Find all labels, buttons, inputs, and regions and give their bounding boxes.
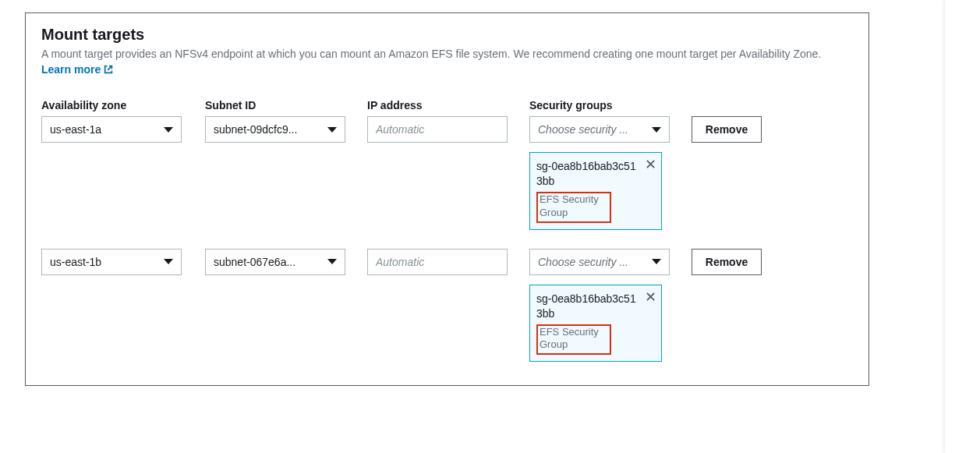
header-az: Availability zone — [41, 99, 205, 111]
remove-button[interactable]: Remove — [692, 116, 762, 143]
subnet-select[interactable]: subnet-09dcfc9... — [205, 116, 345, 143]
sg-select-placeholder: Choose security ... — [538, 123, 628, 136]
learn-more-text: Learn more — [41, 62, 101, 78]
az-select[interactable]: us-east-1a — [41, 116, 182, 143]
header-ip: IP address — [367, 99, 523, 111]
ip-address-input[interactable] — [367, 249, 508, 275]
security-groups-select[interactable]: Choose security ... — [529, 116, 670, 143]
right-shadow-strip — [945, 0, 980, 453]
header-sg: Security groups — [529, 99, 713, 111]
chevron-down-icon — [164, 259, 173, 264]
mount-target-row: us-east-1b subnet-067e6a... Choose secur… — [41, 249, 853, 363]
subnet-select-value: subnet-09dcfc9... — [214, 123, 297, 136]
ip-address-input[interactable] — [367, 116, 508, 143]
sg-chip-id: sg-0ea8b16bab3c513bb — [536, 292, 655, 321]
sg-select-placeholder: Choose security ... — [538, 256, 628, 268]
subnet-select-value: subnet-067e6a... — [214, 256, 295, 268]
remove-button[interactable]: Remove — [692, 249, 762, 275]
panel-title: Mount targets — [41, 26, 853, 44]
az-select-value: us-east-1b — [50, 256, 101, 268]
column-headers: Availability zone Subnet ID IP address S… — [41, 99, 853, 111]
close-icon[interactable]: ✕ — [645, 290, 656, 304]
learn-more-link[interactable]: Learn more — [41, 62, 114, 78]
security-group-chip: ✕ sg-0ea8b16bab3c513bb EFS Security Grou… — [529, 152, 662, 230]
mount-targets-panel: Mount targets A mount target provides an… — [25, 12, 869, 386]
header-subnet: Subnet ID — [205, 99, 361, 111]
az-select[interactable]: us-east-1b — [41, 249, 182, 275]
sg-chip-id: sg-0ea8b16bab3c513bb — [536, 159, 655, 189]
close-icon[interactable]: ✕ — [645, 157, 656, 172]
chevron-down-icon — [652, 259, 661, 264]
panel-description: A mount target provides an NFSv4 endpoin… — [41, 47, 853, 77]
security-groups-select[interactable]: Choose security ... — [529, 249, 670, 275]
chevron-down-icon — [327, 127, 337, 133]
chevron-down-icon — [327, 259, 337, 264]
security-group-chip: ✕ sg-0ea8b16bab3c513bb EFS Security Grou… — [529, 285, 662, 363]
sg-chip-name: EFS Security Group — [536, 324, 611, 356]
mount-target-row: us-east-1a subnet-09dcfc9... Choose secu… — [41, 116, 853, 230]
external-link-icon — [103, 64, 114, 75]
sg-chip-name: EFS Security Group — [536, 192, 611, 223]
az-select-value: us-east-1a — [50, 123, 101, 136]
chevron-down-icon — [652, 127, 661, 133]
panel-description-text: A mount target provides an NFSv4 endpoin… — [41, 48, 821, 60]
header-remove — [719, 99, 812, 111]
subnet-select[interactable]: subnet-067e6a... — [205, 249, 345, 275]
chevron-down-icon — [164, 127, 173, 133]
